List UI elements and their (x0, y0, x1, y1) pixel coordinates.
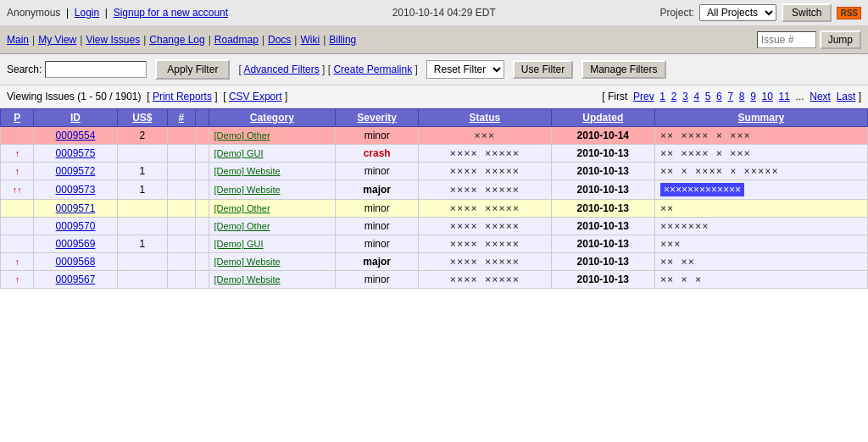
category-link[interactable]: [Demo] Other (214, 203, 270, 213)
severity-cell: crash (336, 145, 419, 163)
use-filter-button[interactable]: Use Filter (513, 60, 573, 79)
manage-filters-button[interactable]: Manage Filters (581, 60, 665, 79)
advanced-filters-link[interactable]: Advanced Filters (243, 64, 319, 75)
filter-links: [ Advanced Filters ] [ Create Permalink … (238, 64, 417, 75)
col-p[interactable]: P (1, 109, 34, 127)
category-link[interactable]: [Demo] Other (214, 130, 270, 141)
apply-filter-button[interactable]: Apply Filter (155, 59, 230, 80)
nav-wiki[interactable]: Wiki (300, 34, 320, 46)
issue-number-input[interactable] (757, 31, 816, 48)
issue-id-link[interactable]: 0009569 (56, 238, 96, 250)
nav-myview[interactable]: My View (38, 34, 76, 46)
project-select[interactable]: All Projects (699, 4, 776, 21)
nav-viewissues[interactable]: View Issues (86, 34, 140, 46)
csv-export-link[interactable]: CSV Export (229, 91, 282, 102)
jump-button[interactable]: Jump (820, 30, 861, 49)
issue-id-link[interactable]: 0009572 (56, 165, 96, 177)
category-link[interactable]: [Demo] Website (214, 166, 281, 176)
table-row: ↑0009575[Demo] GUIcrash×××× ×××××2010-10… (1, 145, 868, 163)
prev-link[interactable]: Prev (633, 91, 654, 102)
status-cell: ×××× ××××× (419, 163, 551, 180)
id-cell: 0009572 (34, 163, 117, 180)
signup-link[interactable]: Signup for a new account (114, 7, 228, 19)
project-label: Project: (659, 7, 694, 19)
col-id[interactable]: ID (34, 109, 117, 127)
category-link[interactable]: [Demo] Website (214, 257, 281, 267)
category-link[interactable]: [Demo] GUI (214, 239, 264, 249)
top-bar-center: 2010-10-14 04:29 EDT (392, 7, 496, 19)
col-us[interactable]: US$ (117, 109, 168, 127)
col-hash[interactable]: # (168, 109, 195, 127)
next-link[interactable]: Next (810, 91, 831, 102)
table-row: ↑0009567[Demo] Websiteminor×××× ×××××201… (1, 271, 868, 289)
category-link[interactable]: [Demo] Other (214, 221, 270, 231)
hash-cell (168, 163, 195, 180)
status-cell: ×××× ××××× (419, 145, 551, 163)
page-4[interactable]: 4 (693, 91, 699, 102)
page-11[interactable]: 11 (779, 91, 790, 102)
create-permalink-link[interactable]: Create Permalink (333, 64, 412, 75)
col-status[interactable]: Status (419, 109, 551, 127)
summary-highlight: ××××××××××××× (660, 183, 744, 196)
category-link[interactable]: [Demo] Website (214, 274, 281, 285)
last-link[interactable]: Last (837, 91, 856, 102)
page-6[interactable]: 6 (716, 91, 722, 102)
severity-cell: major (336, 253, 419, 271)
page-10[interactable]: 10 (762, 91, 773, 102)
us-cell: 2 (117, 127, 168, 145)
switch-button[interactable]: Switch (782, 3, 832, 22)
page-5[interactable]: 5 (705, 91, 711, 102)
priority-icon: ↑ (14, 257, 19, 267)
attach-cell (195, 180, 209, 200)
attach-cell (195, 253, 209, 271)
category-cell: [Demo] Other (209, 200, 336, 218)
issue-bar: Jump (757, 30, 861, 49)
page-9[interactable]: 9 (750, 91, 756, 102)
nav-billing[interactable]: Billing (329, 34, 356, 46)
reset-filter-select[interactable]: Reset Filter (426, 60, 504, 79)
nav-main[interactable]: Main (7, 34, 29, 46)
updated-cell: 2010-10-13 (551, 218, 654, 235)
severity-cell: minor (336, 271, 419, 289)
summary-cell: ×× ×××× × ××× (654, 145, 867, 163)
page-1[interactable]: 1 (659, 91, 665, 102)
issue-id-link[interactable]: 0009567 (56, 273, 96, 285)
col-updated[interactable]: Updated (551, 109, 654, 127)
issue-id-link[interactable]: 0009554 (56, 130, 96, 141)
page-7[interactable]: 7 (727, 91, 733, 102)
nav-bar: Main | My View | View Issues | Change Lo… (0, 26, 868, 54)
category-cell: [Demo] Other (209, 218, 336, 235)
priority-cell (1, 235, 34, 253)
issue-id-link[interactable]: 0009568 (56, 256, 96, 268)
category-link[interactable]: [Demo] GUI (214, 148, 264, 158)
table-row: 00095691[Demo] GUIminor×××× ×××××2010-10… (1, 235, 868, 253)
us-cell: 1 (117, 163, 168, 180)
col-summary[interactable]: Summary (654, 109, 867, 127)
search-input[interactable] (45, 61, 147, 78)
issues-header: Viewing Issues (1 - 50 / 1901) [ Print R… (0, 86, 868, 108)
print-reports-link[interactable]: Print Reports (153, 91, 212, 102)
issue-id-link[interactable]: 0009571 (56, 202, 96, 214)
severity-cell: minor (336, 163, 419, 180)
attach-cell (195, 145, 209, 163)
page-2[interactable]: 2 (671, 91, 677, 102)
nav-roadmap[interactable]: Roadmap (214, 34, 259, 46)
priority-cell (1, 127, 34, 145)
table-row: 00095542[Demo] Otherminor×××2010-10-14××… (1, 127, 868, 145)
col-category[interactable]: Category (209, 109, 336, 127)
nav-docs[interactable]: Docs (268, 34, 291, 46)
category-link[interactable]: [Demo] Website (214, 185, 281, 195)
issue-id-link[interactable]: 0009573 (56, 184, 96, 196)
col-severity[interactable]: Severity (336, 109, 419, 127)
issues-table: P ID US$ # Category Severity Status Upda… (0, 108, 868, 289)
login-link[interactable]: Login (75, 7, 99, 19)
page-8[interactable]: 8 (739, 91, 745, 102)
page-3[interactable]: 3 (682, 91, 688, 102)
id-cell: 0009554 (34, 127, 117, 145)
attach-cell (195, 163, 209, 180)
issue-id-link[interactable]: 0009575 (56, 147, 96, 159)
issue-id-link[interactable]: 0009570 (56, 220, 96, 232)
pagination: [ First Prev 1 2 3 4 5 6 7 8 9 10 11 ...… (602, 91, 861, 102)
nav-changelog[interactable]: Change Log (149, 34, 204, 46)
updated-cell: 2010-10-13 (551, 235, 654, 253)
